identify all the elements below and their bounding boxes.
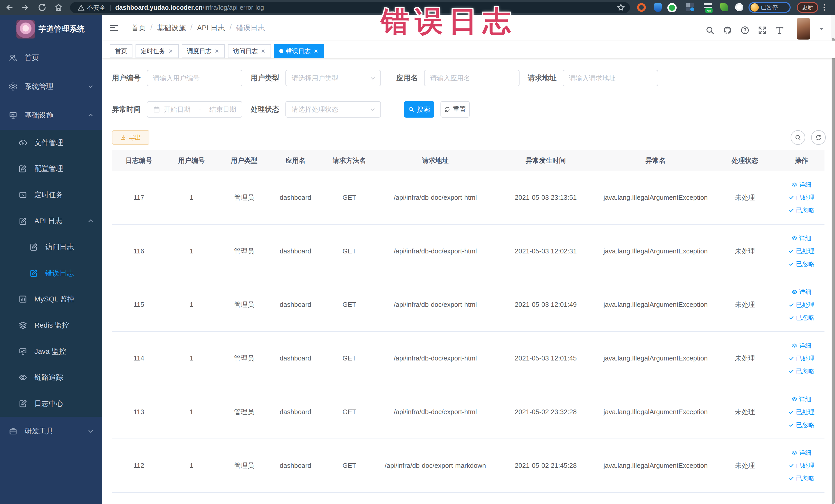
ignored-link[interactable]: 已忽略 xyxy=(788,260,814,268)
search-button[interactable]: 搜索 xyxy=(404,101,434,118)
breadcrumb-item[interactable]: API 日志 xyxy=(197,23,225,33)
sidebar-item-mysql-monitor[interactable]: MySQL 监控 xyxy=(0,286,102,313)
detail-link[interactable]: 详细 xyxy=(791,234,811,242)
calendar-icon xyxy=(153,106,160,113)
extension-icon[interactable] xyxy=(704,3,712,8)
github-icon[interactable] xyxy=(723,26,732,35)
detail-link[interactable]: 详细 xyxy=(791,395,811,403)
browser-profile-chip[interactable]: 已暂停 xyxy=(749,2,791,13)
column-header: 用户类型 xyxy=(217,156,271,165)
date-range-input[interactable]: 开始日期 - 结束日期 xyxy=(147,101,242,118)
breadcrumb-item[interactable]: 基础设施 xyxy=(157,23,186,33)
sidebar-item-file-management[interactable]: 文件管理 xyxy=(0,130,102,156)
extension-icon[interactable] xyxy=(654,3,662,12)
close-tab-icon[interactable] xyxy=(214,48,220,54)
header-search-icon[interactable] xyxy=(705,26,715,35)
close-tab-icon[interactable] xyxy=(168,48,174,54)
sidebar-item-error-log[interactable]: 错误日志 xyxy=(0,260,102,286)
browser-forward-icon[interactable] xyxy=(20,3,29,12)
user-type-placeholder: 请选择用户类型 xyxy=(291,74,338,83)
sidebar-item-dev-tools[interactable]: 研发工具 xyxy=(0,417,102,445)
browser-menu-dots-icon[interactable] xyxy=(820,3,829,12)
table-cell: java.lang.IllegalArgumentException xyxy=(599,354,712,362)
detail-link[interactable]: 详细 xyxy=(791,288,811,296)
user-type-select[interactable]: 请选择用户类型 xyxy=(285,70,381,86)
user-id-input[interactable]: 请输入用户编号 xyxy=(147,70,242,86)
user-avatar[interactable] xyxy=(797,18,810,40)
chevron-down-icon xyxy=(87,83,94,90)
app-name-input[interactable]: 请输入应用名 xyxy=(424,70,520,86)
table-cell: java.lang.IllegalArgumentException xyxy=(599,247,712,255)
sidebar-item-home[interactable]: 首页 xyxy=(0,43,102,72)
page-scrollbar[interactable] xyxy=(831,15,835,504)
processed-link[interactable]: 已处理 xyxy=(788,408,814,416)
request-url-input[interactable]: 请输入请求地址 xyxy=(563,70,658,86)
chart-icon xyxy=(19,295,27,303)
detail-link[interactable]: 详细 xyxy=(791,181,811,189)
breadcrumb-item[interactable]: 首页 xyxy=(131,23,146,33)
font-size-icon[interactable] xyxy=(775,26,785,35)
tab-scheduled-tasks[interactable]: 定时任务 xyxy=(136,44,179,58)
ignored-link[interactable]: 已忽略 xyxy=(788,314,814,322)
sidebar-item-system-management[interactable]: 系统管理 xyxy=(0,72,102,101)
export-button[interactable]: 导出 xyxy=(112,130,149,145)
table-cell: 114 xyxy=(112,354,166,362)
chevron-up-icon xyxy=(87,218,94,224)
close-tab-icon[interactable] xyxy=(313,48,319,54)
processed-link[interactable]: 已处理 xyxy=(788,247,814,255)
table-cell: java.lang.IllegalArgumentException xyxy=(599,462,712,469)
chevron-down-icon xyxy=(370,106,376,113)
extension-icon[interactable] xyxy=(637,3,646,12)
detail-link[interactable]: 详细 xyxy=(791,448,811,457)
doc-icon xyxy=(29,243,38,251)
hamburger-icon[interactable] xyxy=(109,23,119,33)
tab-label: 访问日志 xyxy=(233,47,258,55)
sidebar-item-api-log[interactable]: API 日志 xyxy=(0,208,102,234)
browser-reload-icon[interactable] xyxy=(38,3,47,12)
extension-icon[interactable] xyxy=(667,3,677,12)
tab-home[interactable]: 首页 xyxy=(110,44,133,58)
sidebar-logo[interactable]: 芋道管理系统 xyxy=(0,15,102,43)
extension-icon[interactable] xyxy=(720,3,728,11)
tab-schedule-log[interactable]: 调度日志 xyxy=(182,44,225,58)
address-bar[interactable]: 不安全 dashboard.yudao.iocoder.cn/infra/log… xyxy=(70,2,630,13)
processed-link[interactable]: 已处理 xyxy=(788,461,814,469)
ignored-link[interactable]: 已忽略 xyxy=(788,421,814,429)
fullscreen-icon[interactable] xyxy=(758,26,767,35)
processed-link[interactable]: 已处理 xyxy=(788,354,814,363)
refresh-table-button[interactable] xyxy=(811,130,826,145)
extension-icon[interactable] xyxy=(686,3,694,11)
processed-link[interactable]: 已处理 xyxy=(788,301,814,309)
processed-link[interactable]: 已处理 xyxy=(788,193,814,202)
table-cell: GET xyxy=(320,354,379,362)
sidebar-item-log-center[interactable]: 日志中心 xyxy=(0,390,102,417)
table-cell: java.lang.IllegalArgumentException xyxy=(599,194,712,202)
sidebar-item-access-log[interactable]: 访问日志 xyxy=(0,234,102,260)
detail-link[interactable]: 详细 xyxy=(791,341,811,350)
process-status-select[interactable]: 请选择处理状态 xyxy=(285,101,381,118)
browser-update-button[interactable]: 更新 xyxy=(797,2,818,13)
tab-error-log[interactable]: 错误日志 xyxy=(274,44,324,58)
bookmark-star-icon[interactable] xyxy=(616,3,625,12)
avatar-caret-icon[interactable] xyxy=(819,26,824,32)
sidebar-item-config-management[interactable]: 配置管理 xyxy=(0,156,102,182)
scrollbar-thumb[interactable] xyxy=(832,38,835,504)
ignored-link[interactable]: 已忽略 xyxy=(788,474,814,482)
sidebar-item-scheduled-tasks[interactable]: 定时任务 xyxy=(0,182,102,208)
browser-back-icon[interactable] xyxy=(5,3,14,12)
sidebar-item-infrastructure[interactable]: 基础设施 xyxy=(0,101,102,130)
sidebar-item-redis-monitor[interactable]: Redis 监控 xyxy=(0,312,102,338)
browser-home-icon[interactable] xyxy=(54,3,63,12)
filter-process-status: 处理状态 请选择处理状态 xyxy=(250,101,381,118)
tab-access-log[interactable]: 访问日志 xyxy=(228,44,271,58)
close-tab-icon[interactable] xyxy=(260,48,266,54)
help-icon[interactable] xyxy=(740,26,750,35)
extension-icon[interactable] xyxy=(735,3,744,11)
ignored-link[interactable]: 已忽略 xyxy=(788,367,814,375)
sidebar-item-trace[interactable]: 链路追踪 xyxy=(0,364,102,390)
sidebar-item-java-monitor[interactable]: Java 监控 xyxy=(0,338,102,365)
not-secure-warning-icon xyxy=(78,4,84,11)
ignored-link[interactable]: 已忽略 xyxy=(788,206,814,215)
reset-button[interactable]: 重置 xyxy=(441,101,470,118)
hide-search-button[interactable] xyxy=(791,130,805,145)
